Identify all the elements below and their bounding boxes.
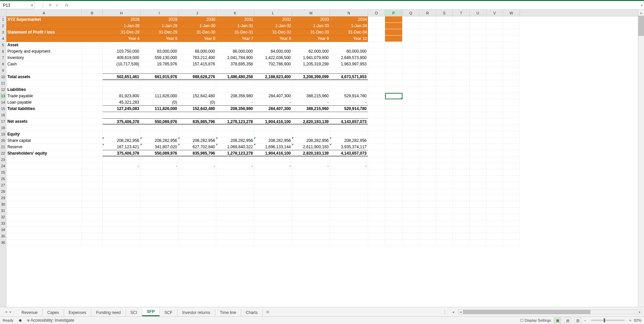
cell[interactable]: 208,282,956 bbox=[292, 138, 330, 144]
macro-record-icon[interactable]: ⏺ bbox=[18, 318, 22, 322]
cell[interactable]: 4,143,657,073 bbox=[330, 150, 368, 157]
cell[interactable] bbox=[470, 233, 486, 239]
cell[interactable] bbox=[254, 176, 292, 182]
cell[interactable]: 2,649,573,900 bbox=[330, 55, 368, 61]
cell[interactable] bbox=[503, 55, 520, 61]
cell[interactable] bbox=[453, 93, 470, 99]
cell[interactable] bbox=[503, 93, 520, 99]
cell[interactable] bbox=[216, 67, 254, 74]
cell[interactable] bbox=[385, 195, 402, 201]
cell[interactable]: 529,914,780 bbox=[330, 93, 368, 99]
cell[interactable] bbox=[453, 36, 470, 42]
cell[interactable] bbox=[82, 29, 103, 36]
cell[interactable] bbox=[436, 112, 453, 118]
cell[interactable] bbox=[453, 201, 470, 208]
cell[interactable] bbox=[82, 112, 103, 118]
cell[interactable] bbox=[453, 74, 470, 80]
cell[interactable] bbox=[82, 48, 103, 55]
cell[interactable] bbox=[402, 227, 419, 233]
row-header-12[interactable]: 12 bbox=[0, 87, 6, 93]
cell[interactable] bbox=[385, 99, 402, 106]
row-header-18[interactable]: 18 bbox=[0, 125, 6, 131]
cell[interactable]: 152,642,480 bbox=[178, 106, 216, 112]
cell[interactable]: 341,807,020 bbox=[141, 144, 178, 150]
cell[interactable] bbox=[178, 239, 216, 246]
cell[interactable] bbox=[402, 93, 419, 99]
cell[interactable] bbox=[453, 67, 470, 74]
cell[interactable] bbox=[436, 23, 453, 29]
cell[interactable] bbox=[419, 29, 436, 36]
cell[interactable] bbox=[141, 125, 178, 131]
cell[interactable] bbox=[402, 239, 419, 246]
cell[interactable]: (0) bbox=[141, 99, 178, 106]
cell[interactable] bbox=[216, 125, 254, 131]
cell[interactable] bbox=[453, 42, 470, 48]
cell[interactable] bbox=[216, 42, 254, 48]
cell[interactable] bbox=[503, 163, 520, 169]
row-header-22[interactable]: 22 bbox=[0, 150, 6, 157]
sheet-tab-revenue[interactable]: Revenue bbox=[17, 309, 43, 316]
cell[interactable]: 1,486,480,258 bbox=[216, 74, 254, 80]
cell[interactable] bbox=[82, 106, 103, 112]
cell[interactable] bbox=[254, 195, 292, 201]
cell[interactable] bbox=[470, 208, 486, 214]
cell[interactable] bbox=[141, 188, 178, 195]
cell[interactable] bbox=[419, 214, 436, 220]
cell[interactable]: 988,628,276 bbox=[178, 74, 216, 80]
cell[interactable]: - bbox=[254, 99, 292, 106]
cell[interactable] bbox=[385, 239, 402, 246]
col-header-B[interactable]: B bbox=[82, 10, 103, 16]
cell[interactable]: 2034 bbox=[330, 16, 368, 23]
enter-icon[interactable]: ✓ bbox=[55, 3, 59, 8]
cell[interactable] bbox=[385, 208, 402, 214]
cell[interactable] bbox=[82, 80, 103, 87]
cell[interactable] bbox=[470, 61, 486, 67]
cell[interactable]: 2033 bbox=[292, 16, 330, 23]
select-all-corner[interactable] bbox=[0, 10, 6, 16]
cell[interactable] bbox=[368, 169, 385, 176]
cell[interactable]: 529,914,780 bbox=[330, 106, 368, 112]
cell[interactable] bbox=[453, 48, 470, 55]
cell[interactable] bbox=[368, 182, 385, 188]
cell[interactable] bbox=[402, 163, 419, 169]
title-cell[interactable]: XYZ Supermarket bbox=[6, 16, 82, 23]
col-header-P[interactable]: P bbox=[385, 10, 402, 16]
row-header-23[interactable]: 23 bbox=[0, 157, 6, 163]
cell[interactable] bbox=[419, 125, 436, 131]
cell[interactable] bbox=[419, 36, 436, 42]
cell[interactable]: 1,069,840,322 bbox=[216, 144, 254, 150]
row-header-11[interactable]: 11 bbox=[0, 80, 6, 87]
cell[interactable] bbox=[178, 214, 216, 220]
cell[interactable] bbox=[141, 80, 178, 87]
cell[interactable] bbox=[385, 144, 402, 150]
cell[interactable] bbox=[470, 23, 486, 29]
cell[interactable] bbox=[419, 220, 436, 227]
cell[interactable]: 2032 bbox=[254, 16, 292, 23]
cell[interactable] bbox=[436, 201, 453, 208]
cell[interactable] bbox=[141, 131, 178, 138]
cell[interactable]: 2030 bbox=[178, 16, 216, 23]
cell[interactable]: 111,826,000 bbox=[141, 93, 178, 99]
row-header-24[interactable]: 24 bbox=[0, 163, 6, 169]
cell[interactable] bbox=[470, 93, 486, 99]
cell[interactable] bbox=[216, 176, 254, 182]
cell[interactable] bbox=[470, 227, 486, 233]
vertical-scrollbar[interactable]: ▴ bbox=[638, 10, 644, 307]
cell[interactable]: 4,673,571,853 bbox=[330, 74, 368, 80]
cell[interactable] bbox=[486, 118, 503, 125]
cell[interactable]: 1-Jan-30 bbox=[178, 23, 216, 29]
row-header-35[interactable]: 35 bbox=[0, 233, 6, 239]
cell[interactable]: (10,717,539) bbox=[103, 61, 141, 67]
cell[interactable] bbox=[254, 208, 292, 214]
cancel-icon[interactable]: ✕ bbox=[48, 3, 52, 8]
cell[interactable]: Equity bbox=[6, 131, 82, 138]
cell[interactable]: 1-Jan-29 bbox=[141, 23, 178, 29]
cell[interactable] bbox=[103, 201, 141, 208]
hscroll-left-icon[interactable]: ◂ bbox=[452, 310, 454, 314]
cell[interactable] bbox=[486, 150, 503, 157]
cell[interactable] bbox=[330, 188, 368, 195]
cell[interactable] bbox=[368, 239, 385, 246]
cell[interactable]: 167,123,421 bbox=[103, 144, 141, 150]
row-header-31[interactable]: 31 bbox=[0, 208, 6, 214]
cell[interactable] bbox=[141, 112, 178, 118]
